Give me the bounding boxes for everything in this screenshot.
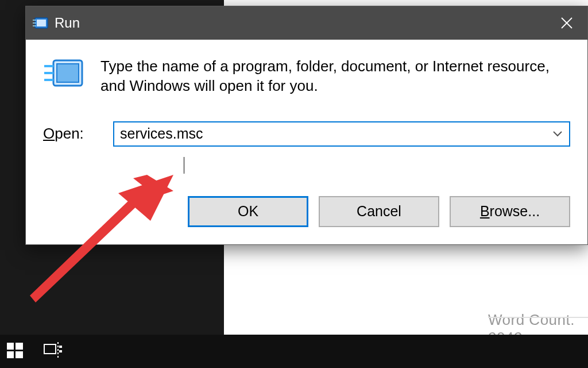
task-view-icon bbox=[42, 342, 62, 358]
chevron-down-icon bbox=[552, 131, 563, 137]
text-caret bbox=[184, 157, 184, 174]
dropdown-button[interactable] bbox=[546, 122, 569, 145]
run-icon-small bbox=[33, 17, 49, 29]
cancel-button[interactable]: Cancel bbox=[319, 196, 439, 227]
svg-rect-10 bbox=[44, 344, 56, 354]
run-icon-large bbox=[43, 56, 86, 93]
close-button[interactable] bbox=[546, 6, 587, 40]
task-view-button[interactable] bbox=[42, 342, 62, 361]
open-combobox[interactable] bbox=[113, 121, 570, 147]
svg-rect-13 bbox=[59, 350, 62, 352]
svg-rect-7 bbox=[16, 343, 23, 350]
browse-button[interactable]: Browse... bbox=[450, 196, 570, 227]
svg-rect-6 bbox=[7, 343, 14, 350]
svg-rect-8 bbox=[7, 351, 14, 358]
dialog-title: Run bbox=[55, 15, 80, 31]
ok-button[interactable]: OK bbox=[188, 196, 308, 227]
titlebar[interactable]: Run bbox=[26, 6, 587, 40]
windows-icon bbox=[6, 341, 24, 359]
run-dialog: Run Type the name of a program, folder, … bbox=[25, 6, 588, 245]
svg-rect-1 bbox=[37, 20, 46, 26]
svg-rect-9 bbox=[16, 351, 23, 358]
close-icon bbox=[560, 17, 573, 29]
svg-rect-12 bbox=[59, 346, 62, 348]
taskbar[interactable] bbox=[0, 335, 588, 368]
start-button[interactable] bbox=[6, 341, 24, 362]
dialog-description: Type the name of a program, folder, docu… bbox=[100, 56, 570, 96]
svg-rect-3 bbox=[57, 64, 79, 82]
open-input[interactable] bbox=[114, 122, 546, 145]
open-label: Open: bbox=[43, 125, 100, 143]
